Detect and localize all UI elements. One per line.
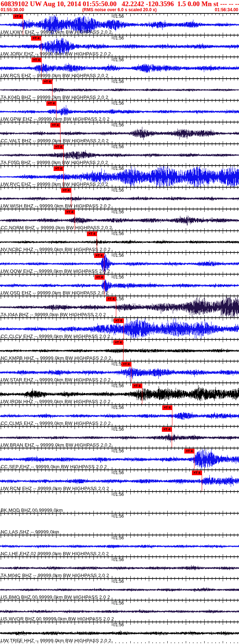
minute-tick-label: 01:56 xyxy=(113,384,124,388)
trace-row[interactable]: 01:56 ×T 4 UW.OSD EHZ -- 99999.0km BW HI… xyxy=(0,274,239,296)
trace-row[interactable]: 01:56 ×T 4 UW.LKWY EHZ -- 99999.0km BW H… xyxy=(0,13,239,35)
trace-row[interactable]: 01:56 ×T 4 UW.BRAN EHZ -- 99999.0km BW H… xyxy=(0,426,239,448)
trace-row[interactable]: 01:56 UW.TREE HHZ -- 99999.0km BW HIGHPA… xyxy=(0,622,239,643)
trace-row[interactable]: 01:56 ×T 4 UW.STAR EHZ -- 99999.0km BW H… xyxy=(0,361,239,382)
trace-label: TA.M04C BHZ -- 99999.0km BW HIGHPASS 2.0… xyxy=(1,573,109,578)
pick-flag[interactable]: ×T 4 xyxy=(87,231,97,236)
minute-tick-label: 01:56 xyxy=(113,253,124,258)
trace-row[interactable]: 01:56 BK.MOD BHZ.00 99999.0km xyxy=(0,491,239,513)
minute-tick-label: 01:56 xyxy=(113,79,124,84)
seismic-waveform-viewer: 60839102 UW Aug 10, 2014 01:55:50.00 42.… xyxy=(0,0,239,644)
pick-flag[interactable]: ×T 4 xyxy=(106,297,116,301)
trace-row[interactable]: 01:56 US.BMO BHZ.00 99999.0km BW HIGHPAS… xyxy=(0,578,239,600)
pick-flag[interactable]: ×T 4 xyxy=(192,471,202,475)
trace-label: UW.LKWY EHZ -- 99999.0km BW HIGHPASS 2.0… xyxy=(1,30,112,34)
trace-label: US.BMO BHZ.00 99999.0km BW HIGHPASS 2.0 … xyxy=(1,595,110,599)
minute-tick-label: 01:56 xyxy=(113,231,124,236)
trace-label: CC.CLMS EHZ -- 99999.0km BW HIGHPASS 2.0… xyxy=(1,421,111,426)
trace-label: NC.KMPB HHZ -- 99999.0km BW HIGHPASS 2.0… xyxy=(1,356,111,360)
trace-label: NC.LAS SHZ -- 99999.0km xyxy=(1,530,59,534)
trace-row[interactable]: 01:56 ×T 4 CC.NORM BHZ -- 99999.0km BW H… xyxy=(0,209,239,230)
time-window-line: 01:55:30.00 (RMS noise over 6.0 s scaled… xyxy=(1,8,238,13)
trace-label: UW.RCM EHZ -- 99999.0km BW HIGHPASS 2.0 … xyxy=(1,486,109,491)
minute-tick-label: 01:56 xyxy=(113,623,124,627)
minute-tick-label: 01:56 xyxy=(113,36,124,40)
trace-row[interactable]: 01:56 ×T 4 UW.WISH BHZ -- 99999.0km BW H… xyxy=(0,187,239,209)
minute-tick-label: 01:56 xyxy=(113,449,124,453)
trace-label: TA.I04A BHZ -- 99999.0km BW HIGHPASS 2.0… xyxy=(1,312,106,317)
window-end-time: 01:56:34.00 xyxy=(215,8,238,12)
pick-flag[interactable]: ×T 4 xyxy=(132,384,142,388)
pick-flag[interactable]: ×T 4 xyxy=(13,14,23,19)
trace-row[interactable]: 01:56 ×T 4 UW.RCS EHZ -- 99999.0km BW HI… xyxy=(0,57,239,78)
trace-row[interactable]: 01:56 ×T 4 UW.IRON HHZ -- 99999.0km BW H… xyxy=(0,382,239,404)
trace-label: UW.JORV EHZ -- 99999.0km BW HIGHPASS 2.0… xyxy=(1,51,111,56)
trace-label: BK.MOD BHZ.00 99999.0km xyxy=(1,508,63,513)
trace-label: UW.RVC EHZ -- 99999.0km BW HIGHPASS 2.0 … xyxy=(1,182,108,187)
pick-flag[interactable]: ×T 4 xyxy=(184,449,194,453)
pick-flag[interactable]: ×T 4 xyxy=(50,123,60,127)
trace-row[interactable]: 01:56 US.WVOR BHZ.00 99999.0km BW HIGHPA… xyxy=(0,600,239,622)
trace-label: UW.IRON HHZ -- 99999.0km BW HIGHPASS 2.0… xyxy=(1,399,110,404)
trace-label: UW.BRAN EHZ -- 99999.0km BW HIGHPASS 2.0… xyxy=(1,443,112,447)
trace-label: UW.GPW EHZ -- 99999.0km BW HIGHPASS 2.0 … xyxy=(1,117,110,121)
trace-row[interactable]: 01:56 ×T 4 UW.GPW EHZ -- 99999.0km BW HI… xyxy=(0,100,239,122)
trace-row[interactable]: 01:56 ×T 4 TA.F05D BHZ -- 99999.0km BW H… xyxy=(0,143,239,165)
trace-row[interactable]: 01:56 NC.LHE EHZ.02 99999.0km BW HIGHPAS… xyxy=(0,535,239,556)
pick-flag[interactable]: ×T 4 xyxy=(94,253,104,258)
minute-tick-label: 01:56 xyxy=(113,275,124,279)
minute-tick-label: 01:56 xyxy=(113,188,124,192)
trace-row[interactable]: 01:56 ×T 4 CC.CLMS EHZ -- 99999.0km BW H… xyxy=(0,404,239,426)
pick-flag[interactable]: ×T 4 xyxy=(95,275,104,280)
trace-row[interactable]: 01:56 ×T 4 UW.RVC EHZ -- 99999.0km BW HI… xyxy=(0,165,239,187)
trace-label: UW.TREE HHZ -- 99999.0km BW HIGHPASS 2.0… xyxy=(1,638,111,643)
pick-flag[interactable]: ×T 4 xyxy=(31,36,41,41)
pick-flag[interactable]: ×T 4 xyxy=(162,427,172,432)
pick-flag[interactable]: ×T 4 xyxy=(113,340,123,345)
trace-label: UW.RCS EHZ -- 99999.0km BW HIGHPASS 2.0 … xyxy=(1,73,108,78)
event-header: 60839102 UW Aug 10, 2014 01:55:50.00 42.… xyxy=(0,0,239,13)
trace-row[interactable]: 01:56 NC.LAS SHZ -- 99999.0km xyxy=(0,513,239,535)
minute-tick-label: 01:56 xyxy=(113,166,124,171)
trace-row[interactable]: 01:56 ×T 4 TA.K04D BHZ -- 99999.0km BW H… xyxy=(0,78,239,100)
trace-row[interactable]: 01:56 ×T 4 CC.CLCV EHZ -- 99999.0km BW H… xyxy=(0,317,239,339)
trace-list: 01:56 ×T 4 UW.LKWY EHZ -- 99999.0km BW H… xyxy=(0,13,239,643)
pick-flag[interactable]: ×T 4 xyxy=(114,318,123,323)
event-title-line: 60839102 UW Aug 10, 2014 01:55:50.00 42.… xyxy=(1,0,238,8)
trace-label: US.WVOR BHZ.00 99999.0km BW HIGHPASS 2.0… xyxy=(1,616,114,621)
trace-label: TA.K04D BHZ -- 99999.0km BW HIGHPASS 2.0… xyxy=(1,95,108,100)
trace-row[interactable]: 01:56 ×T 4 NV.NCBC HHZ -- 99999.0km BW H… xyxy=(0,230,239,252)
minute-tick-label: 01:56 xyxy=(113,14,124,18)
minute-tick-label: 01:56 xyxy=(113,123,124,127)
minute-tick-label: 01:56 xyxy=(113,210,124,214)
minute-tick-label: 01:56 xyxy=(113,427,124,431)
minute-tick-label: 01:56 xyxy=(113,405,124,410)
pick-flag[interactable]: ×T 4 xyxy=(162,405,172,410)
pick-flag[interactable]: ×T 4 xyxy=(54,166,63,171)
trace-label: CC.VALT BHZ -- 99999.0km BW HIGHPASS 2.0… xyxy=(1,138,109,143)
trace-label: UW.OOW EHZ -- 99999.0km BW HIGHPASS 2.0 … xyxy=(1,269,110,273)
minute-tick-label: 01:56 xyxy=(113,471,124,475)
trace-row[interactable]: 01:56 TA.M04C BHZ -- 99999.0km BW HIGHPA… xyxy=(0,556,239,578)
trace-label: CC.CLCV EHZ -- 99999.0km BW HIGHPASS 2.0… xyxy=(1,334,110,339)
trace-row[interactable]: 01:56 ×T 4 TA.I04A BHZ -- 99999.0km BW H… xyxy=(0,296,239,317)
pick-flag[interactable]: ×T 4 xyxy=(46,101,56,106)
pick-flag[interactable]: ×T 4 xyxy=(61,188,71,193)
trace-row[interactable]: 01:56 ×T 4 CC.VALT BHZ -- 99999.0km BW H… xyxy=(0,122,239,143)
minute-tick-label: 01:56 xyxy=(113,536,124,540)
pick-flag[interactable]: ×T 4 xyxy=(32,58,41,62)
trace-row[interactable]: 01:56 ×T 4 UW.OOW EHZ -- 99999.0km BW HI… xyxy=(0,252,239,274)
trace-row[interactable]: 01:56 ×T 4 UW.RCM EHZ -- 99999.0km BW HI… xyxy=(0,469,239,491)
pick-flag[interactable]: ×T 4 xyxy=(42,79,52,84)
trace-row[interactable]: 01:56 ×T 4 NC.KMPB HHZ -- 99999.0km BW H… xyxy=(0,339,239,361)
trace-label: UW.OSD EHZ -- 99999.0km BW HIGHPASS 2.0 … xyxy=(1,290,109,295)
minute-tick-label: 01:56 xyxy=(113,492,124,497)
trace-label: TA.F05D BHZ -- 99999.0km BW HIGHPASS 2.0… xyxy=(1,160,108,165)
pick-flag[interactable]: ×T 4 xyxy=(121,362,131,367)
pick-flag[interactable]: ×T 4 xyxy=(54,145,63,149)
minute-tick-label: 01:56 xyxy=(113,58,124,62)
trace-row[interactable]: 01:56 ×T 4 UW.JORV EHZ -- 99999.0km BW H… xyxy=(0,35,239,57)
trace-label: NV.NCBC HHZ -- 99999.0km BW HIGHPASS 2.0… xyxy=(1,247,110,252)
trace-row[interactable]: 01:56 ×T 4 CC.SEP EHZ -- 99999.0km BW HI… xyxy=(0,448,239,469)
pick-flag[interactable]: ×T 4 xyxy=(65,210,75,214)
